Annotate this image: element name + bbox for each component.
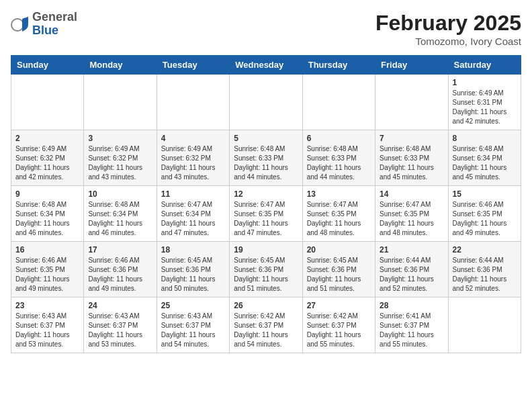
day-info: Sunrise: 6:45 AM Sunset: 6:36 PM Dayligh…: [307, 256, 371, 293]
calendar-cell: 5Sunrise: 6:48 AM Sunset: 6:33 PM Daylig…: [230, 130, 302, 186]
calendar-cell: 19Sunrise: 6:45 AM Sunset: 6:36 PM Dayli…: [230, 242, 302, 298]
day-info: Sunrise: 6:47 AM Sunset: 6:35 PM Dayligh…: [380, 200, 443, 238]
calendar-cell: [230, 75, 302, 130]
day-number: 27: [307, 301, 371, 310]
day-info: Sunrise: 6:49 AM Sunset: 6:32 PM Dayligh…: [161, 144, 225, 182]
day-number: 20: [307, 245, 371, 255]
calendar-cell: 10Sunrise: 6:48 AM Sunset: 6:34 PM Dayli…: [84, 186, 157, 242]
day-info: Sunrise: 6:46 AM Sunset: 6:36 PM Dayligh…: [88, 256, 152, 293]
calendar-cell: 26Sunrise: 6:42 AM Sunset: 6:37 PM Dayli…: [230, 298, 302, 353]
day-info: Sunrise: 6:46 AM Sunset: 6:35 PM Dayligh…: [15, 256, 79, 293]
location: Tomozomo, Ivory Coast: [375, 36, 521, 47]
col-header-saturday: Saturday: [448, 56, 521, 75]
day-number: 18: [161, 245, 225, 255]
col-header-sunday: Sunday: [11, 56, 84, 75]
day-info: Sunrise: 6:48 AM Sunset: 6:34 PM Dayligh…: [453, 144, 517, 182]
day-info: Sunrise: 6:49 AM Sunset: 6:32 PM Dayligh…: [15, 144, 79, 182]
calendar-cell: 1Sunrise: 6:49 AM Sunset: 6:31 PM Daylig…: [448, 75, 521, 130]
calendar-cell: 21Sunrise: 6:44 AM Sunset: 6:36 PM Dayli…: [375, 242, 448, 298]
day-number: 13: [307, 189, 371, 199]
day-info: Sunrise: 6:42 AM Sunset: 6:37 PM Dayligh…: [307, 312, 371, 349]
calendar-cell: 15Sunrise: 6:46 AM Sunset: 6:35 PM Dayli…: [448, 186, 521, 242]
calendar-cell: [302, 75, 375, 130]
day-info: Sunrise: 6:45 AM Sunset: 6:36 PM Dayligh…: [161, 256, 225, 293]
calendar-cell: 18Sunrise: 6:45 AM Sunset: 6:36 PM Dayli…: [157, 242, 229, 298]
day-number: 2: [15, 134, 79, 143]
logo-general: General: [32, 11, 77, 24]
day-number: 16: [15, 245, 79, 255]
calendar-cell: 27Sunrise: 6:42 AM Sunset: 6:37 PM Dayli…: [302, 298, 375, 353]
day-info: Sunrise: 6:49 AM Sunset: 6:32 PM Dayligh…: [88, 144, 152, 182]
day-info: Sunrise: 6:45 AM Sunset: 6:36 PM Dayligh…: [234, 256, 298, 293]
calendar-week-row: 23Sunrise: 6:43 AM Sunset: 6:37 PM Dayli…: [11, 298, 521, 353]
title-block: February 2025 Tomozomo, Ivory Coast: [375, 11, 521, 47]
day-info: Sunrise: 6:47 AM Sunset: 6:35 PM Dayligh…: [234, 200, 298, 238]
day-info: Sunrise: 6:48 AM Sunset: 6:33 PM Dayligh…: [307, 144, 371, 182]
day-info: Sunrise: 6:47 AM Sunset: 6:34 PM Dayligh…: [161, 200, 225, 238]
day-info: Sunrise: 6:41 AM Sunset: 6:37 PM Dayligh…: [380, 312, 443, 349]
calendar-cell: 7Sunrise: 6:48 AM Sunset: 6:33 PM Daylig…: [375, 130, 448, 186]
day-info: Sunrise: 6:48 AM Sunset: 6:33 PM Dayligh…: [234, 144, 298, 182]
calendar-cell: 9Sunrise: 6:48 AM Sunset: 6:34 PM Daylig…: [11, 186, 84, 242]
calendar-cell: [84, 75, 157, 130]
calendar-cell: 4Sunrise: 6:49 AM Sunset: 6:32 PM Daylig…: [157, 130, 229, 186]
day-number: 4: [161, 134, 225, 143]
calendar-cell: [448, 298, 521, 353]
calendar-cell: 20Sunrise: 6:45 AM Sunset: 6:36 PM Dayli…: [302, 242, 375, 298]
calendar-week-row: 16Sunrise: 6:46 AM Sunset: 6:35 PM Dayli…: [11, 242, 521, 298]
day-number: 6: [307, 134, 371, 143]
col-header-wednesday: Wednesday: [230, 56, 302, 75]
col-header-tuesday: Tuesday: [157, 56, 229, 75]
day-number: 15: [453, 189, 517, 199]
day-number: 22: [453, 245, 517, 255]
day-number: 25: [161, 301, 225, 310]
calendar-cell: 28Sunrise: 6:41 AM Sunset: 6:37 PM Dayli…: [375, 298, 448, 353]
calendar-cell: [11, 75, 84, 130]
calendar-cell: 8Sunrise: 6:48 AM Sunset: 6:34 PM Daylig…: [448, 130, 521, 186]
logo: General Blue: [11, 11, 77, 38]
calendar-cell: 2Sunrise: 6:49 AM Sunset: 6:32 PM Daylig…: [11, 130, 84, 186]
day-info: Sunrise: 6:48 AM Sunset: 6:34 PM Dayligh…: [15, 200, 79, 238]
col-header-monday: Monday: [84, 56, 157, 75]
day-info: Sunrise: 6:44 AM Sunset: 6:36 PM Dayligh…: [380, 256, 443, 293]
calendar-cell: 11Sunrise: 6:47 AM Sunset: 6:34 PM Dayli…: [157, 186, 229, 242]
col-header-thursday: Thursday: [302, 56, 375, 75]
day-number: 3: [88, 134, 152, 143]
calendar-cell: 6Sunrise: 6:48 AM Sunset: 6:33 PM Daylig…: [302, 130, 375, 186]
calendar: SundayMondayTuesdayWednesdayThursdayFrid…: [11, 55, 521, 353]
day-number: 11: [161, 189, 225, 199]
calendar-cell: [157, 75, 229, 130]
calendar-cell: 17Sunrise: 6:46 AM Sunset: 6:36 PM Dayli…: [84, 242, 157, 298]
day-number: 23: [15, 301, 79, 310]
day-info: Sunrise: 6:44 AM Sunset: 6:36 PM Dayligh…: [453, 256, 517, 293]
logo-blue: Blue: [32, 24, 77, 38]
logo-text: General Blue: [32, 11, 77, 38]
calendar-cell: [375, 75, 448, 130]
day-number: 1: [453, 78, 517, 87]
logo-icon: [11, 15, 30, 34]
calendar-header-row: SundayMondayTuesdayWednesdayThursdayFrid…: [11, 56, 521, 75]
day-info: Sunrise: 6:47 AM Sunset: 6:35 PM Dayligh…: [307, 200, 371, 238]
svg-point-0: [11, 19, 24, 31]
day-number: 26: [234, 301, 298, 310]
day-info: Sunrise: 6:42 AM Sunset: 6:37 PM Dayligh…: [234, 312, 298, 349]
day-info: Sunrise: 6:46 AM Sunset: 6:35 PM Dayligh…: [453, 200, 517, 238]
day-info: Sunrise: 6:43 AM Sunset: 6:37 PM Dayligh…: [88, 312, 152, 349]
day-info: Sunrise: 6:43 AM Sunset: 6:37 PM Dayligh…: [161, 312, 225, 349]
page-header: General Blue February 2025 Tomozomo, Ivo…: [11, 11, 521, 47]
calendar-cell: 14Sunrise: 6:47 AM Sunset: 6:35 PM Dayli…: [375, 186, 448, 242]
day-number: 14: [380, 189, 443, 199]
day-number: 10: [88, 189, 152, 199]
day-number: 24: [88, 301, 152, 310]
day-info: Sunrise: 6:43 AM Sunset: 6:37 PM Dayligh…: [15, 312, 79, 349]
month-title: February 2025: [375, 11, 521, 36]
calendar-cell: 13Sunrise: 6:47 AM Sunset: 6:35 PM Dayli…: [302, 186, 375, 242]
calendar-week-row: 1Sunrise: 6:49 AM Sunset: 6:31 PM Daylig…: [11, 75, 521, 130]
day-number: 21: [380, 245, 443, 255]
day-number: 19: [234, 245, 298, 255]
calendar-cell: 22Sunrise: 6:44 AM Sunset: 6:36 PM Dayli…: [448, 242, 521, 298]
calendar-cell: 24Sunrise: 6:43 AM Sunset: 6:37 PM Dayli…: [84, 298, 157, 353]
calendar-cell: 3Sunrise: 6:49 AM Sunset: 6:32 PM Daylig…: [84, 130, 157, 186]
day-number: 17: [88, 245, 152, 255]
calendar-week-row: 2Sunrise: 6:49 AM Sunset: 6:32 PM Daylig…: [11, 130, 521, 186]
